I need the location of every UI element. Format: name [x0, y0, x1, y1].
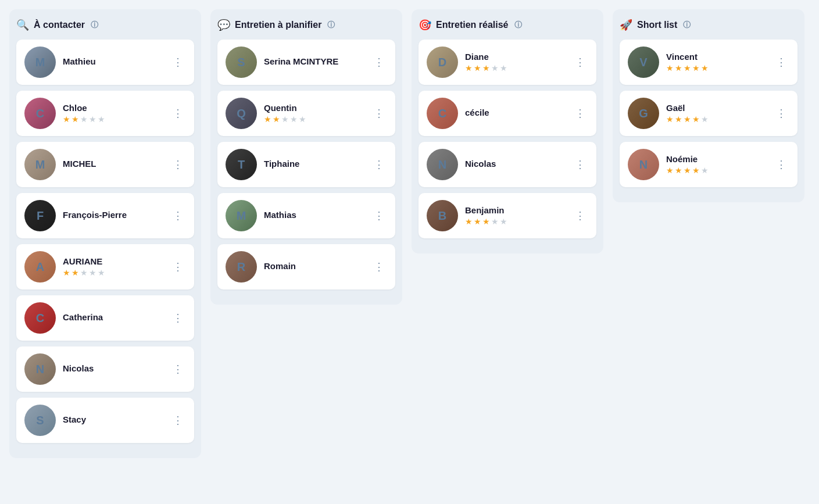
column-header-entretien-realise: 🎯Entretien réaliséⓘ	[419, 19, 596, 31]
column-entretien-realise: 🎯Entretien réaliséⓘDDiane★★★★★⋮Ccécile⋮N…	[412, 9, 603, 253]
card-menu-button[interactable]: ⋮	[170, 207, 186, 224]
star-filled: ★	[684, 166, 691, 175]
info-icon[interactable]: ⓘ	[514, 20, 522, 30]
card-name: François-Pierre	[63, 210, 163, 220]
card-name: Serina MCINTYRE	[264, 56, 364, 66]
star-filled: ★	[63, 268, 70, 277]
card-info: Gaël★★★★★	[666, 103, 767, 124]
card-name: Mathias	[264, 210, 364, 220]
star-filled: ★	[675, 63, 682, 73]
star-filled: ★	[273, 115, 280, 124]
column-title: Short list	[637, 20, 677, 30]
card-menu-button[interactable]: ⋮	[170, 156, 186, 173]
star-filled: ★	[71, 115, 79, 124]
card-menu-button[interactable]: ⋮	[170, 309, 186, 327]
card-menu-button[interactable]: ⋮	[170, 105, 186, 122]
column-header-entretien-planifier: 💬Entretien à planifierⓘ	[217, 19, 395, 31]
avatar: M	[226, 200, 257, 231]
card-noemie[interactable]: NNoémie★★★★★⋮	[620, 142, 797, 187]
card-menu-button[interactable]: ⋮	[774, 53, 789, 71]
card-nicolas-c3[interactable]: NNicolas⋮	[419, 142, 596, 187]
card-name: AURIANE	[63, 256, 163, 266]
avatar: C	[24, 98, 56, 129]
card-romain[interactable]: RRomain⋮	[217, 244, 395, 289]
card-name: Vincent	[666, 52, 767, 62]
card-menu-button[interactable]: ⋮	[774, 105, 789, 122]
card-auriane[interactable]: AAURIANE★★★★★⋮	[16, 244, 194, 289]
avatar: Q	[226, 98, 257, 129]
avatar: N	[427, 149, 458, 180]
card-quentin[interactable]: QQuentin★★★★★⋮	[217, 91, 395, 136]
star-filled: ★	[465, 63, 473, 73]
card-menu-button[interactable]: ⋮	[371, 105, 387, 122]
star-filled: ★	[63, 115, 70, 124]
card-menu-button[interactable]: ⋮	[573, 53, 588, 71]
card-menu-button[interactable]: ⋮	[371, 156, 387, 173]
info-icon[interactable]: ⓘ	[683, 20, 691, 30]
star-empty: ★	[500, 217, 507, 226]
card-menu-button[interactable]: ⋮	[573, 105, 588, 122]
card-name: Diane	[465, 52, 566, 62]
card-gael[interactable]: GGaël★★★★★⋮	[620, 91, 797, 136]
card-name: Quentin	[264, 103, 364, 113]
card-cecile[interactable]: Ccécile⋮	[419, 91, 596, 136]
card-menu-button[interactable]: ⋮	[170, 53, 186, 71]
info-icon[interactable]: ⓘ	[327, 20, 335, 30]
card-menu-button[interactable]: ⋮	[371, 207, 387, 224]
avatar: C	[24, 302, 56, 334]
card-menu-button[interactable]: ⋮	[170, 360, 186, 378]
star-filled: ★	[666, 63, 674, 73]
star-filled: ★	[692, 115, 700, 124]
card-menu-button[interactable]: ⋮	[170, 258, 186, 276]
card-serina[interactable]: SSerina MCINTYRE⋮	[217, 40, 395, 85]
avatar: R	[226, 251, 257, 283]
star-empty: ★	[299, 115, 306, 124]
card-info: AURIANE★★★★★	[63, 256, 163, 277]
card-menu-button[interactable]: ⋮	[774, 156, 789, 173]
card-menu-button[interactable]: ⋮	[170, 412, 186, 429]
star-filled: ★	[482, 217, 490, 226]
card-benjamin[interactable]: BBenjamin★★★★★⋮	[419, 193, 596, 238]
star-filled: ★	[666, 115, 674, 124]
card-name: Gaël	[666, 103, 767, 113]
card-info: Quentin★★★★★	[264, 103, 364, 124]
star-filled: ★	[675, 166, 682, 175]
avatar: B	[427, 200, 458, 231]
card-name: Mathieu	[63, 56, 163, 66]
avatar: S	[24, 405, 56, 436]
card-stacy[interactable]: SStacy⋮	[16, 398, 194, 443]
avatar: G	[628, 98, 659, 129]
star-empty: ★	[80, 115, 88, 124]
star-rating: ★★★★★	[465, 63, 566, 73]
card-info: Mathias	[264, 210, 364, 221]
card-menu-button[interactable]: ⋮	[371, 258, 387, 276]
column-icon: 🔍	[16, 19, 29, 31]
card-francois-pierre[interactable]: FFrançois-Pierre⋮	[16, 193, 194, 238]
card-menu-button[interactable]: ⋮	[371, 53, 387, 71]
card-tiphaine[interactable]: TTiphaine⋮	[217, 142, 395, 187]
card-name: Chloe	[63, 103, 163, 113]
avatar: N	[24, 353, 56, 385]
card-catherina[interactable]: CCatherina⋮	[16, 295, 194, 341]
card-mathias[interactable]: MMathias⋮	[217, 193, 395, 238]
card-name: Nicolas	[465, 159, 566, 169]
avatar: N	[628, 149, 659, 180]
card-name: Nicolas	[63, 363, 163, 373]
star-filled: ★	[474, 217, 481, 226]
star-filled: ★	[666, 166, 674, 175]
card-diane[interactable]: DDiane★★★★★⋮	[419, 40, 596, 85]
card-menu-button[interactable]: ⋮	[573, 156, 588, 173]
card-mathieu[interactable]: MMathieu⋮	[16, 40, 194, 85]
column-header-short-list: 🚀Short listⓘ	[620, 19, 797, 31]
info-icon[interactable]: ⓘ	[91, 20, 98, 30]
avatar: A	[24, 251, 56, 283]
card-vincent[interactable]: VVincent★★★★★⋮	[620, 40, 797, 85]
card-michel[interactable]: MMICHEL⋮	[16, 142, 194, 187]
card-nicolas-c1[interactable]: NNicolas⋮	[16, 346, 194, 392]
card-info: Benjamin★★★★★	[465, 205, 566, 226]
card-menu-button[interactable]: ⋮	[573, 207, 588, 224]
card-chloe[interactable]: CChloe★★★★★⋮	[16, 91, 194, 136]
star-empty: ★	[98, 115, 105, 124]
star-empty: ★	[80, 268, 88, 277]
star-empty: ★	[491, 217, 499, 226]
